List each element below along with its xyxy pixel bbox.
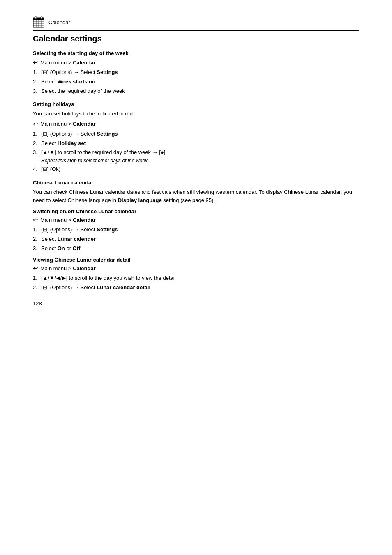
nav-item-3a: ↩ Main menu > Calendar — [33, 216, 359, 223]
calendar-icon — [33, 16, 44, 28]
header-section: Calendar — [33, 16, 359, 31]
steps-list-3b: 1. [▲/▼/◀/▶] to scroll to the day you wi… — [33, 274, 359, 292]
nav-arrow-icon-3a: ↩ — [33, 216, 38, 223]
step-2-2: 2. Select Holiday set — [33, 139, 359, 148]
step-1-1: 1. [⊟] (Options) → Select Settings — [33, 68, 359, 77]
steps-list-2b: 4. [⊟] (Ok) — [33, 165, 359, 174]
step-2-4: 4. [⊟] (Ok) — [33, 165, 359, 174]
step-3b-2: 2. [⊟] (Options) → Select Lunar calendar… — [33, 283, 359, 292]
section-chinese-lunar: Chinese Lunar calendar You can check Chi… — [33, 180, 359, 292]
subsection-title-3b: Viewing Chinese Lunar calendar detail — [33, 257, 359, 263]
page-number: 128 — [33, 300, 359, 306]
section-setting-holidays: Setting holidays You can set holidays to… — [33, 101, 359, 174]
section-selecting-start-day: Selecting the starting day of the week ↩… — [33, 50, 359, 95]
section-title-2: Setting holidays — [33, 101, 359, 107]
header-label: Calendar — [48, 19, 70, 25]
description-3: You can check Chinese Lunar calendar dat… — [33, 188, 359, 204]
svg-rect-8 — [35, 17, 37, 19]
section-title-1: Selecting the starting day of the week — [33, 50, 359, 56]
italic-note-2: Repeat this step to select other days of… — [33, 158, 359, 164]
nav-text-3a: Main menu > Calendar — [40, 217, 96, 223]
section-title-3: Chinese Lunar calendar — [33, 180, 359, 186]
step-1-3: 3. Select the required day of the week — [33, 87, 359, 96]
nav-item-3b: ↩ Main menu > Calendar — [33, 265, 359, 272]
nav-text-3b: Main menu > Calendar — [40, 265, 96, 272]
nav-arrow-icon-2: ↩ — [33, 120, 38, 128]
step-3a-2: 2. Select Lunar calender — [33, 235, 359, 244]
steps-list-2: 1. [⊟] (Options) → Select Settings 2. Se… — [33, 130, 359, 157]
step-1-2: 2. Select Week starts on — [33, 78, 359, 86]
page-title: Calendar settings — [33, 34, 359, 44]
step-2-1: 1. [⊟] (Options) → Select Settings — [33, 130, 359, 138]
nav-text-2: Main menu > Calendar — [40, 121, 96, 127]
nav-item-2: ↩ Main menu > Calendar — [33, 120, 359, 128]
nav-item-1: ↩ Main menu > Calendar — [33, 59, 359, 66]
steps-list-1: 1. [⊟] (Options) → Select Settings 2. Se… — [33, 68, 359, 95]
step-3b-1: 1. [▲/▼/◀/▶] to scroll to the day you wi… — [33, 274, 359, 283]
nav-arrow-icon-3b: ↩ — [33, 265, 38, 272]
steps-list-3a: 1. [⊟] (Options) → Select Settings 2. Se… — [33, 226, 359, 253]
subsection-title-3a: Switching on/off Chinese Lunar calendar — [33, 208, 359, 214]
subsection-switching-lunar: Switching on/off Chinese Lunar calendar … — [33, 208, 359, 253]
description-2: You can set holidays to be indicated in … — [33, 110, 359, 118]
subsection-viewing-lunar: Viewing Chinese Lunar calendar detail ↩ … — [33, 257, 359, 292]
step-3a-1: 1. [⊟] (Options) → Select Settings — [33, 226, 359, 234]
step-3a-3: 3. Select On or Off — [33, 244, 359, 253]
svg-rect-9 — [41, 17, 42, 19]
nav-arrow-icon-1: ↩ — [33, 59, 38, 66]
nav-text-1: Main menu > Calendar — [40, 60, 96, 66]
step-2-3: 3. [▲/▼] to scroll to the required day o… — [33, 148, 359, 157]
page: Calendar Calendar settings Selecting the… — [0, 0, 392, 555]
